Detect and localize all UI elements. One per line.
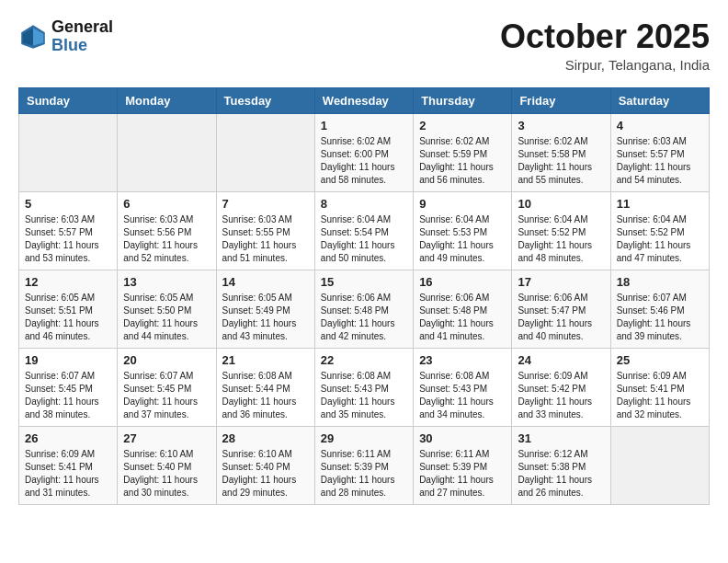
calendar-cell: 21Sunrise: 6:08 AM Sunset: 5:44 PM Dayli… bbox=[216, 348, 314, 426]
calendar-cell: 31Sunrise: 6:12 AM Sunset: 5:38 PM Dayli… bbox=[512, 426, 610, 504]
day-info: Sunrise: 6:11 AM Sunset: 5:39 PM Dayligh… bbox=[321, 448, 407, 500]
calendar-table: SundayMondayTuesdayWednesdayThursdayFrid… bbox=[18, 87, 710, 505]
calendar-cell bbox=[19, 113, 118, 191]
day-number: 7 bbox=[222, 197, 309, 211]
day-number: 25 bbox=[617, 353, 703, 367]
day-info: Sunrise: 6:04 AM Sunset: 5:52 PM Dayligh… bbox=[617, 213, 703, 265]
day-number: 30 bbox=[419, 431, 506, 445]
day-info: Sunrise: 6:12 AM Sunset: 5:38 PM Dayligh… bbox=[518, 448, 604, 500]
day-info: Sunrise: 6:07 AM Sunset: 5:46 PM Dayligh… bbox=[617, 292, 703, 343]
day-number: 21 bbox=[222, 353, 309, 367]
day-number: 1 bbox=[321, 119, 407, 132]
logo-general: General bbox=[51, 18, 113, 37]
calendar-cell bbox=[118, 113, 216, 191]
day-info: Sunrise: 6:02 AM Sunset: 6:00 PM Dayligh… bbox=[321, 135, 407, 187]
day-info: Sunrise: 6:08 AM Sunset: 5:44 PM Dayligh… bbox=[222, 370, 309, 421]
month-title: October 2025 bbox=[500, 18, 710, 55]
calendar-cell: 2Sunrise: 6:02 AM Sunset: 5:59 PM Daylig… bbox=[414, 113, 512, 191]
day-info: Sunrise: 6:03 AM Sunset: 5:56 PM Dayligh… bbox=[123, 213, 210, 265]
day-info: Sunrise: 6:11 AM Sunset: 5:39 PM Dayligh… bbox=[419, 448, 506, 500]
location: Sirpur, Telangana, India bbox=[500, 57, 710, 73]
week-row-4: 19Sunrise: 6:07 AM Sunset: 5:45 PM Dayli… bbox=[19, 348, 710, 426]
day-number: 17 bbox=[518, 275, 604, 289]
day-info: Sunrise: 6:06 AM Sunset: 5:48 PM Dayligh… bbox=[321, 292, 407, 343]
calendar-cell: 14Sunrise: 6:05 AM Sunset: 5:49 PM Dayli… bbox=[216, 270, 314, 348]
day-number: 23 bbox=[419, 353, 506, 367]
day-number: 29 bbox=[321, 431, 407, 445]
day-number: 18 bbox=[617, 275, 703, 289]
calendar-cell: 27Sunrise: 6:10 AM Sunset: 5:40 PM Dayli… bbox=[118, 426, 216, 504]
weekday-header-wednesday: Wednesday bbox=[314, 87, 413, 113]
week-row-5: 26Sunrise: 6:09 AM Sunset: 5:41 PM Dayli… bbox=[19, 426, 710, 504]
day-info: Sunrise: 6:05 AM Sunset: 5:50 PM Dayligh… bbox=[123, 292, 210, 343]
weekday-header-thursday: Thursday bbox=[414, 87, 512, 113]
day-number: 2 bbox=[419, 119, 506, 132]
day-info: Sunrise: 6:10 AM Sunset: 5:40 PM Dayligh… bbox=[222, 448, 309, 500]
calendar-cell: 1Sunrise: 6:02 AM Sunset: 6:00 PM Daylig… bbox=[314, 113, 413, 191]
logo-blue: Blue bbox=[51, 37, 113, 55]
day-number: 10 bbox=[518, 197, 604, 211]
calendar-cell: 6Sunrise: 6:03 AM Sunset: 5:56 PM Daylig… bbox=[118, 191, 216, 270]
day-info: Sunrise: 6:09 AM Sunset: 5:41 PM Dayligh… bbox=[617, 370, 703, 421]
calendar-cell: 28Sunrise: 6:10 AM Sunset: 5:40 PM Dayli… bbox=[216, 426, 314, 504]
day-info: Sunrise: 6:07 AM Sunset: 5:45 PM Dayligh… bbox=[123, 370, 210, 421]
weekday-header-sunday: Sunday bbox=[19, 87, 118, 113]
day-number: 9 bbox=[419, 197, 506, 211]
day-info: Sunrise: 6:04 AM Sunset: 5:52 PM Dayligh… bbox=[518, 213, 604, 265]
calendar-cell: 16Sunrise: 6:06 AM Sunset: 5:48 PM Dayli… bbox=[414, 270, 512, 348]
day-number: 5 bbox=[25, 197, 111, 211]
calendar-cell: 8Sunrise: 6:04 AM Sunset: 5:54 PM Daylig… bbox=[314, 191, 413, 270]
day-info: Sunrise: 6:09 AM Sunset: 5:42 PM Dayligh… bbox=[518, 370, 604, 421]
day-info: Sunrise: 6:08 AM Sunset: 5:43 PM Dayligh… bbox=[419, 370, 506, 421]
day-number: 19 bbox=[25, 353, 111, 367]
day-number: 11 bbox=[617, 197, 703, 211]
calendar-cell: 5Sunrise: 6:03 AM Sunset: 5:57 PM Daylig… bbox=[19, 191, 118, 270]
day-number: 28 bbox=[222, 431, 309, 445]
day-number: 14 bbox=[222, 275, 309, 289]
calendar-cell: 26Sunrise: 6:09 AM Sunset: 5:41 PM Dayli… bbox=[19, 426, 118, 504]
day-number: 16 bbox=[419, 275, 506, 289]
day-info: Sunrise: 6:02 AM Sunset: 5:58 PM Dayligh… bbox=[518, 135, 604, 187]
day-info: Sunrise: 6:04 AM Sunset: 5:53 PM Dayligh… bbox=[419, 213, 506, 265]
day-info: Sunrise: 6:06 AM Sunset: 5:48 PM Dayligh… bbox=[419, 292, 506, 343]
weekday-header-tuesday: Tuesday bbox=[216, 87, 314, 113]
calendar-cell: 25Sunrise: 6:09 AM Sunset: 5:41 PM Dayli… bbox=[610, 348, 709, 426]
day-number: 13 bbox=[123, 275, 210, 289]
calendar-cell: 10Sunrise: 6:04 AM Sunset: 5:52 PM Dayli… bbox=[512, 191, 610, 270]
calendar-cell: 15Sunrise: 6:06 AM Sunset: 5:48 PM Dayli… bbox=[314, 270, 413, 348]
day-number: 15 bbox=[321, 275, 407, 289]
calendar-cell: 7Sunrise: 6:03 AM Sunset: 5:55 PM Daylig… bbox=[216, 191, 314, 270]
week-row-2: 5Sunrise: 6:03 AM Sunset: 5:57 PM Daylig… bbox=[19, 191, 710, 270]
calendar-cell: 11Sunrise: 6:04 AM Sunset: 5:52 PM Dayli… bbox=[610, 191, 709, 270]
title-block: October 2025 Sirpur, Telangana, India bbox=[500, 18, 710, 73]
calendar-cell: 19Sunrise: 6:07 AM Sunset: 5:45 PM Dayli… bbox=[19, 348, 118, 426]
day-info: Sunrise: 6:10 AM Sunset: 5:40 PM Dayligh… bbox=[123, 448, 210, 500]
day-number: 12 bbox=[25, 275, 111, 289]
day-info: Sunrise: 6:03 AM Sunset: 5:55 PM Dayligh… bbox=[222, 213, 309, 265]
day-info: Sunrise: 6:08 AM Sunset: 5:43 PM Dayligh… bbox=[321, 370, 407, 421]
day-number: 3 bbox=[518, 119, 604, 132]
logo-icon bbox=[18, 22, 48, 52]
day-number: 27 bbox=[123, 431, 210, 445]
calendar-cell: 30Sunrise: 6:11 AM Sunset: 5:39 PM Dayli… bbox=[414, 426, 512, 504]
day-info: Sunrise: 6:03 AM Sunset: 5:57 PM Dayligh… bbox=[25, 213, 111, 265]
calendar-cell: 3Sunrise: 6:02 AM Sunset: 5:58 PM Daylig… bbox=[512, 113, 610, 191]
calendar-cell: 17Sunrise: 6:06 AM Sunset: 5:47 PM Dayli… bbox=[512, 270, 610, 348]
day-number: 24 bbox=[518, 353, 604, 367]
calendar-cell: 12Sunrise: 6:05 AM Sunset: 5:51 PM Dayli… bbox=[19, 270, 118, 348]
calendar-cell: 18Sunrise: 6:07 AM Sunset: 5:46 PM Dayli… bbox=[610, 270, 709, 348]
logo: General Blue bbox=[18, 18, 113, 55]
day-number: 8 bbox=[321, 197, 407, 211]
day-info: Sunrise: 6:05 AM Sunset: 5:51 PM Dayligh… bbox=[25, 292, 111, 343]
calendar-cell: 22Sunrise: 6:08 AM Sunset: 5:43 PM Dayli… bbox=[314, 348, 413, 426]
day-number: 6 bbox=[123, 197, 210, 211]
day-info: Sunrise: 6:02 AM Sunset: 5:59 PM Dayligh… bbox=[419, 135, 506, 187]
day-info: Sunrise: 6:07 AM Sunset: 5:45 PM Dayligh… bbox=[25, 370, 111, 421]
weekday-header-row: SundayMondayTuesdayWednesdayThursdayFrid… bbox=[19, 87, 710, 113]
day-number: 20 bbox=[123, 353, 210, 367]
weekday-header-saturday: Saturday bbox=[610, 87, 709, 113]
calendar-cell: 4Sunrise: 6:03 AM Sunset: 5:57 PM Daylig… bbox=[610, 113, 709, 191]
day-number: 22 bbox=[321, 353, 407, 367]
day-info: Sunrise: 6:05 AM Sunset: 5:49 PM Dayligh… bbox=[222, 292, 309, 343]
day-number: 31 bbox=[518, 431, 604, 445]
